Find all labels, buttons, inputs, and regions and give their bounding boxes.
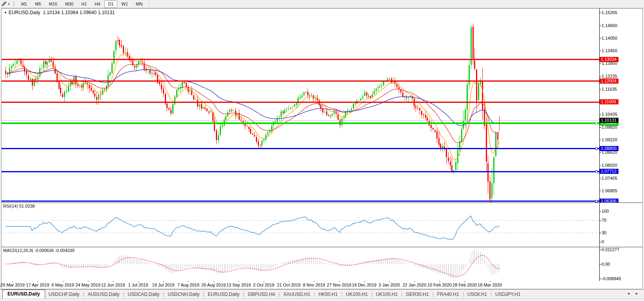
date-axis-tick-mark xyxy=(414,281,415,282)
macd-axis-tick-mark xyxy=(600,279,601,279)
chart-tab-eurusd-daily[interactable]: EURUSD,Daily xyxy=(204,290,243,299)
date-axis-tick-mark xyxy=(490,281,490,282)
hline-resistance-1.12004[interactable] xyxy=(2,80,599,82)
chart-tab-usdcnh-daily[interactable]: USDCNH,Daily xyxy=(164,290,203,299)
chart-tab-usdcad-daily[interactable]: USDCAD,Daily xyxy=(124,290,163,299)
chart-tab-hk50-h1[interactable]: HK50,H1 xyxy=(315,290,341,299)
price-axis-label: 1.12235 xyxy=(602,74,617,78)
date-axis-tick-mark xyxy=(264,281,264,282)
price-level-badge: 1.11009 xyxy=(600,99,618,104)
toolbar-grip[interactable] xyxy=(13,1,15,7)
chart-tab-audusd-daily[interactable]: AUDUSD,Daily xyxy=(84,290,123,299)
date-axis-tick-mark xyxy=(188,281,189,282)
price-level-badge: 1.06306 xyxy=(600,199,618,202)
chart-tab-usdchf-daily[interactable]: USDCHF,Daily xyxy=(45,290,83,299)
date-axis-label: 19 Jul 2019 xyxy=(152,283,175,287)
timeframe-button-H1[interactable]: H1 xyxy=(78,0,90,8)
date-axis-tick-mark xyxy=(13,281,13,282)
date-axis-tick-mark xyxy=(138,281,139,282)
price-axis-label: 1.14650 xyxy=(602,23,617,28)
timeframe-button-H4[interactable]: H4 xyxy=(91,0,104,8)
hline-active-level-1.10008[interactable] xyxy=(2,122,599,124)
hline-support-1.06306[interactable] xyxy=(2,201,599,202)
rsi-axis-label: 0 xyxy=(602,239,604,244)
date-axis-label: 1 Jul 2019 xyxy=(128,283,148,287)
hline-handle[interactable] xyxy=(595,200,598,202)
timeframe-toolbar: ▼ M1M5M15M30H1H4D1W1MN xyxy=(0,0,644,8)
timeframe-button-MN[interactable]: MN xyxy=(132,0,146,8)
timeframe-button-M1[interactable]: M1 xyxy=(18,0,31,8)
price-axis-label: 1.08020 xyxy=(602,163,617,168)
pencil-icon xyxy=(1,1,7,7)
date-axis-tick-mark xyxy=(289,281,289,282)
tabs-scroll-right-icon[interactable]: ► xyxy=(635,292,639,296)
price-axis-tick-mark xyxy=(600,13,601,13)
macd-axis-tick-mark xyxy=(600,264,601,265)
chart-tab-ger30-h1[interactable]: GER30,H1 xyxy=(403,290,432,299)
date-axis-label: 3 Jan 2020 xyxy=(379,283,400,287)
chart-tab-eurusd-daily[interactable]: EURUSD,Daily xyxy=(2,290,45,299)
chart-menu-caret-icon[interactable]: ▼ xyxy=(4,11,7,15)
date-axis-tick-mark xyxy=(163,281,164,282)
date-axis-label: 18 Mar 2020 xyxy=(478,283,502,287)
hline-handle[interactable] xyxy=(595,148,598,150)
date-axis-label: 10 Feb 2020 xyxy=(427,283,452,287)
chart-tab-fra40-h1[interactable]: FRA40,H1 xyxy=(434,290,463,299)
chart-tab-xauusd-h1[interactable]: XAUUSD,H1 xyxy=(280,290,314,299)
hline-handle[interactable] xyxy=(595,122,598,124)
chart-tab-usoil-h1[interactable]: USOil,H1 xyxy=(464,290,491,299)
tabs-scroll-left-icon[interactable]: ◄ xyxy=(627,292,630,296)
date-axis-label: 13 Sep 2019 xyxy=(226,283,251,287)
date-axis-label: 6 May 2019 xyxy=(51,283,74,287)
hline-support-1.08800[interactable] xyxy=(2,148,599,149)
price-axis-tick-mark xyxy=(600,38,601,38)
macd-canvas[interactable] xyxy=(2,247,599,281)
drawing-tool-button[interactable]: ▼ xyxy=(0,0,11,8)
price-axis-tick-mark xyxy=(600,178,601,179)
date-axis-tick-mark xyxy=(389,281,390,282)
date-axis-tick-mark xyxy=(364,281,365,282)
chart-tab-usdjpy-h1[interactable]: USDJPY,H1 xyxy=(492,290,524,299)
hline-resistance-1.11009[interactable] xyxy=(2,102,599,103)
price-axis-label: 1.14050 xyxy=(602,36,617,40)
rsi-axis-label: 100 xyxy=(602,209,609,213)
status-bar xyxy=(0,299,644,301)
price-axis-tick-mark xyxy=(600,76,601,77)
price-axis-tick-mark xyxy=(600,26,601,26)
date-axis-label: 26 Aug 2019 xyxy=(201,283,226,287)
price-level-badge: 1.07712 xyxy=(600,169,618,174)
price-axis-tick-mark xyxy=(600,165,601,166)
dropdown-caret-icon: ▼ xyxy=(7,3,10,5)
price-level-badge: 1.08800 xyxy=(600,146,618,151)
macd-axis-label: -0.008845 xyxy=(602,276,621,281)
date-axis-label: 16 Dec 2019 xyxy=(352,283,376,287)
rsi-axis-tick-mark xyxy=(600,220,601,221)
timeframe-button-M5[interactable]: M5 xyxy=(31,0,44,8)
rsi-axis-tick-mark xyxy=(600,242,601,242)
rsi-axis-tick-mark xyxy=(600,233,601,233)
timeframe-button-W1[interactable]: W1 xyxy=(118,0,132,8)
timeframe-button-M30[interactable]: M30 xyxy=(62,0,77,8)
timeframe-buttons-group: M1M5M15M30H1H4D1W1MN xyxy=(17,0,146,8)
chart-ohlc-values: 1.10134 1.10364 1.09640 1.10131 xyxy=(43,10,115,15)
timeframe-button-M15[interactable]: M15 xyxy=(46,0,61,8)
main-chart-canvas[interactable] xyxy=(2,9,599,202)
timeframe-button-D1[interactable]: D1 xyxy=(104,0,117,8)
price-axis-tick-mark xyxy=(600,140,601,140)
chart-tab-uk100-h1[interactable]: UK100,H1 xyxy=(372,290,401,299)
rsi-axis: 10070300 xyxy=(599,203,642,247)
chart-tab-gbpusd-h4[interactable]: GBPUSD,H4 xyxy=(244,290,278,299)
hline-resistance-1.13034[interactable] xyxy=(2,59,599,60)
hline-support-1.07712[interactable] xyxy=(2,171,599,172)
date-axis-label: 12 Jun 2019 xyxy=(101,283,125,287)
chart-window: ▼EURUSD,Daily 1.10134 1.10364 1.09640 1.… xyxy=(1,8,643,289)
date-axis-tick-mark xyxy=(213,281,214,282)
chart-tab-uk100-h1[interactable]: UK100,H1 xyxy=(343,290,371,299)
price-level-badge: 1.13034 xyxy=(600,57,618,62)
rsi-axis-label: 70 xyxy=(602,218,606,223)
macd-label: MACD(12,26,9) -0.000636 -0.004339 xyxy=(3,248,75,253)
price-axis-tick-mark xyxy=(600,51,601,51)
hline-handle[interactable] xyxy=(595,170,598,173)
date-axis-label: 27 Nov 2019 xyxy=(327,283,351,287)
rsi-canvas[interactable] xyxy=(2,203,599,247)
